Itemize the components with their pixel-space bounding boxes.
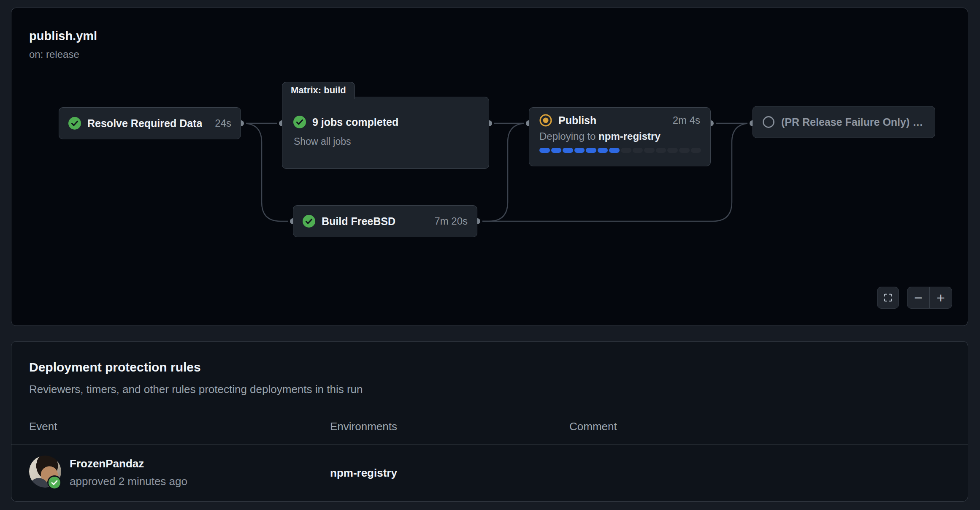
deployment-protection-panel: Deployment protection rules Reviewers, t… [11, 341, 968, 502]
progress-segment [563, 148, 573, 153]
job-label: Publish [558, 114, 596, 127]
zoom-controls: − + [907, 287, 952, 309]
approval-status-text: approved 2 minutes ago [70, 475, 187, 488]
show-all-jobs-link[interactable]: Show all jobs [294, 136, 351, 147]
success-check-icon [303, 215, 315, 228]
progress-segment [539, 148, 550, 153]
job-label: Resolve Required Data [87, 117, 202, 130]
job-duration: 7m 20s [434, 215, 468, 227]
deploy-prefix: Deploying to [539, 130, 598, 142]
progress-segment [598, 148, 608, 153]
progress-segment [667, 148, 678, 153]
progress-segment [621, 148, 631, 153]
column-header-environments: Environments [330, 420, 397, 433]
in-progress-icon [539, 114, 552, 127]
job-node-pr-release-failure[interactable]: (PR Release Failure Only) Cre... [753, 106, 935, 138]
job-node-resolve-required-data[interactable]: Resolve Required Data 24s [59, 107, 241, 139]
matrix-group-tab: Matrix: build [282, 82, 355, 99]
progress-segment [691, 148, 701, 153]
workflow-graph-panel: publish.yml on: release Resolve Requir [11, 8, 968, 326]
deploy-environment: npm-registry [598, 130, 661, 142]
zoom-out-button[interactable]: − [907, 287, 929, 308]
job-label: (PR Release Failure Only) Cre... [781, 116, 926, 128]
approver-username[interactable]: FrozenPandaz [70, 457, 144, 470]
workflow-run-page: publish.yml on: release Resolve Requir [0, 0, 980, 510]
table-header-divider [11, 444, 968, 445]
success-check-icon [68, 117, 81, 130]
column-header-event: Event [29, 420, 57, 433]
section-subtitle: Reviewers, timers, and other rules prote… [29, 383, 363, 396]
column-header-comment: Comment [569, 420, 617, 433]
progress-segment [656, 148, 666, 153]
approved-check-badge-icon [49, 477, 60, 488]
progress-segment [586, 148, 596, 153]
progress-segment [644, 148, 655, 153]
progress-segment [551, 148, 562, 153]
job-node-publish[interactable]: Publish 2m 4s Deploying to npm-registry [529, 107, 711, 166]
progress-segment [574, 148, 585, 153]
row-environment: npm-registry [330, 467, 397, 480]
success-check-icon [293, 116, 306, 128]
progress-segment [679, 148, 690, 153]
progress-segment [609, 148, 620, 153]
fullscreen-button[interactable] [877, 287, 899, 309]
matrix-summary-label: 9 jobs completed [312, 116, 398, 128]
job-node-build-freebsd[interactable]: Build FreeBSD 7m 20s [293, 205, 477, 237]
matrix-group-node[interactable]: 9 jobs completed Show all jobs [282, 97, 489, 169]
deploy-status-line: Deploying to npm-registry [539, 130, 700, 142]
job-label: Build FreeBSD [322, 215, 395, 228]
workflow-edges [11, 8, 969, 326]
progress-segment [633, 148, 643, 153]
deploy-progress-bar [539, 148, 701, 153]
job-duration: 24s [215, 117, 231, 129]
fullscreen-icon [883, 293, 893, 302]
pending-circle-icon [762, 116, 775, 128]
section-title: Deployment protection rules [29, 360, 201, 374]
zoom-in-button[interactable]: + [929, 287, 952, 308]
job-duration: 2m 4s [673, 114, 700, 126]
